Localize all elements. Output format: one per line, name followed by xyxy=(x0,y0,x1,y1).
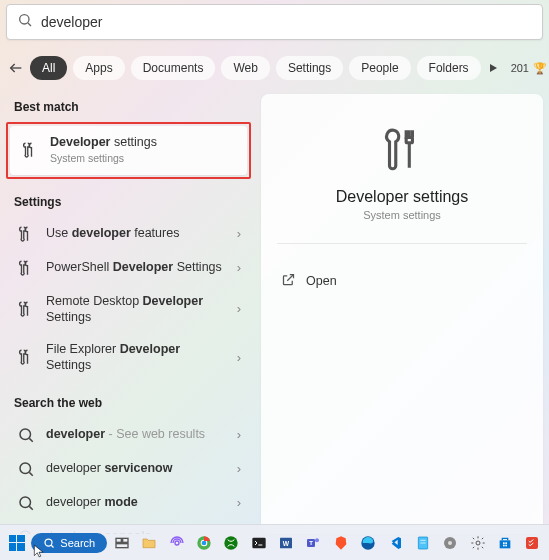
svg-point-30 xyxy=(315,538,319,542)
terminal-icon[interactable] xyxy=(246,529,271,557)
svg-point-24 xyxy=(202,540,207,545)
result-web[interactable]: developer - See web results› xyxy=(6,418,251,452)
svg-rect-39 xyxy=(503,542,505,544)
podcast-icon[interactable] xyxy=(164,529,189,557)
filter-all[interactable]: All xyxy=(30,56,67,80)
results-list: Best match Developer settings System set… xyxy=(6,94,251,534)
chrome-icon[interactable] xyxy=(191,529,216,557)
result-text: developer mode xyxy=(46,494,227,510)
filter-people[interactable]: People xyxy=(349,56,410,80)
chevron-right-icon: › xyxy=(237,226,241,241)
svg-point-0 xyxy=(20,15,29,24)
svg-point-38 xyxy=(476,541,480,545)
search-icon xyxy=(43,537,55,549)
filter-web[interactable]: Web xyxy=(221,56,269,80)
svg-rect-20 xyxy=(116,543,128,547)
result-web[interactable]: developer mode› xyxy=(6,486,251,520)
filter-folders[interactable]: Folders xyxy=(417,56,481,80)
store-icon[interactable] xyxy=(492,529,517,557)
explorer-icon[interactable] xyxy=(137,529,162,557)
filter-documents[interactable]: Documents xyxy=(131,56,216,80)
vscode-icon[interactable] xyxy=(383,529,408,557)
section-best-match: Best match xyxy=(6,94,251,122)
svg-line-9 xyxy=(29,506,32,509)
filter-apps[interactable]: Apps xyxy=(73,56,124,80)
edge-icon[interactable] xyxy=(355,529,380,557)
filters-more-button[interactable] xyxy=(487,54,499,82)
svg-point-21 xyxy=(175,541,179,545)
search-bar[interactable] xyxy=(6,4,543,40)
app-icon[interactable] xyxy=(438,529,463,557)
xbox-icon[interactable] xyxy=(219,529,244,557)
divider xyxy=(277,243,527,244)
tools-icon xyxy=(16,348,36,366)
chevron-right-icon: › xyxy=(237,495,241,510)
svg-line-17 xyxy=(52,545,54,547)
result-text: PowerShell Developer Settings xyxy=(46,259,227,275)
result-best-match[interactable]: Developer settings System settings xyxy=(10,126,247,175)
search-icon xyxy=(16,426,36,444)
svg-rect-18 xyxy=(116,538,121,542)
search-icon xyxy=(16,494,36,512)
task-view-icon[interactable] xyxy=(109,529,134,557)
open-label: Open xyxy=(306,274,337,288)
svg-text:T: T xyxy=(310,540,314,546)
preview-title: Developer settings xyxy=(277,188,527,206)
search-icon xyxy=(17,12,33,32)
result-text: Remote Desktop Developer Settings xyxy=(46,293,227,326)
open-icon xyxy=(281,272,296,290)
notepad-icon[interactable] xyxy=(410,529,435,557)
search-icon xyxy=(16,460,36,478)
word-icon[interactable]: W xyxy=(273,529,298,557)
todoist-icon[interactable] xyxy=(520,529,545,557)
tools-icon xyxy=(16,259,36,277)
trophy-icon: 🏆 xyxy=(533,62,547,75)
filter-settings[interactable]: Settings xyxy=(276,56,343,80)
chevron-right-icon: › xyxy=(237,350,241,365)
section-web: Search the web xyxy=(6,390,251,418)
svg-point-4 xyxy=(20,429,31,440)
result-setting[interactable]: Remote Desktop Developer Settings› xyxy=(6,285,251,334)
result-text: developer - See web results xyxy=(46,426,227,442)
preview-subtitle: System settings xyxy=(277,209,527,221)
svg-rect-26 xyxy=(252,537,265,548)
svg-rect-42 xyxy=(505,544,507,546)
section-settings: Settings xyxy=(6,189,251,217)
settings-icon[interactable] xyxy=(465,529,490,557)
rewards-badge[interactable]: 201 🏆 xyxy=(511,62,547,75)
taskbar-search[interactable]: Search xyxy=(31,533,107,553)
start-button[interactable] xyxy=(4,529,29,557)
tools-icon xyxy=(377,124,427,174)
tools-icon xyxy=(16,225,36,243)
back-button[interactable] xyxy=(8,54,24,82)
result-web[interactable]: developer servicenow› xyxy=(6,452,251,486)
result-text: Developer settings System settings xyxy=(50,134,237,167)
windows-icon xyxy=(9,535,25,551)
result-setting[interactable]: Use developer features› xyxy=(6,217,251,251)
result-setting[interactable]: PowerShell Developer Settings› xyxy=(6,251,251,285)
search-input[interactable] xyxy=(41,14,532,30)
svg-point-8 xyxy=(20,497,31,508)
svg-point-37 xyxy=(448,541,452,545)
highlight-box: Developer settings System settings xyxy=(6,122,251,179)
svg-rect-40 xyxy=(505,542,507,544)
chevron-right-icon: › xyxy=(237,427,241,442)
svg-point-6 xyxy=(20,463,31,474)
svg-point-25 xyxy=(225,536,238,549)
svg-rect-41 xyxy=(503,544,505,546)
result-setting[interactable]: File Explorer Developer Settings› xyxy=(6,333,251,382)
result-text: File Explorer Developer Settings xyxy=(46,341,227,374)
svg-line-1 xyxy=(28,23,31,26)
open-action[interactable]: Open xyxy=(277,266,527,296)
result-text: Use developer features xyxy=(46,225,227,241)
rewards-points: 201 xyxy=(511,62,529,74)
svg-line-7 xyxy=(29,472,32,475)
preview-pane: Developer settings System settings Open xyxy=(261,94,543,534)
svg-line-5 xyxy=(29,438,32,441)
filter-bar: All Apps Documents Web Settings People F… xyxy=(6,54,543,82)
teams-icon[interactable]: T xyxy=(301,529,326,557)
tools-icon xyxy=(20,141,40,159)
svg-rect-19 xyxy=(123,538,128,542)
svg-rect-14 xyxy=(406,138,412,143)
brave-icon[interactable] xyxy=(328,529,353,557)
